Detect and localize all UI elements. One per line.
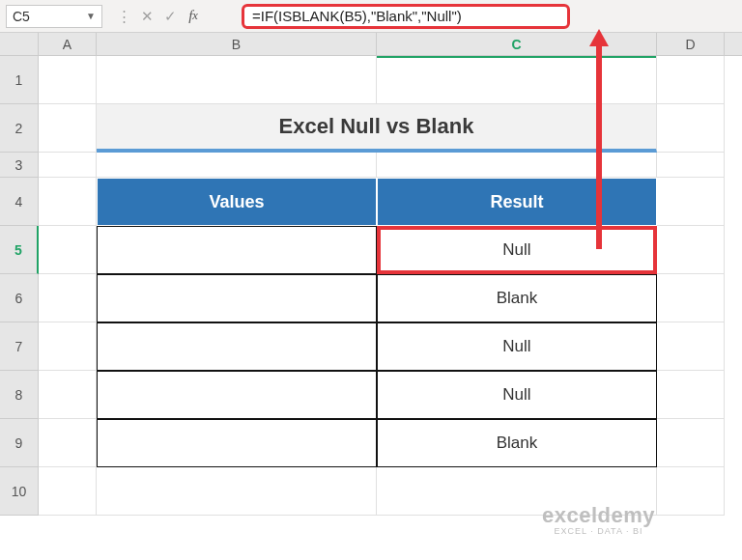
cell-d2[interactable]	[657, 104, 725, 153]
row-headers: 1 2 3 4 5 6 7 8 9 10	[0, 56, 39, 516]
cell-d5[interactable]	[657, 226, 725, 274]
row-header-10[interactable]: 10	[0, 467, 39, 516]
row-header-8[interactable]: 8	[0, 371, 39, 419]
cell-a6[interactable]	[39, 274, 97, 322]
formula-text: =IF(ISBLANK(B5),"Blank","Null")	[252, 8, 462, 24]
name-box[interactable]: C5 ▼	[6, 5, 102, 28]
cell-c6[interactable]: Blank	[377, 274, 657, 322]
cancel-icon[interactable]: ✕	[139, 9, 155, 24]
col-header-a[interactable]: A	[39, 33, 97, 58]
row-header-1[interactable]: 1	[0, 56, 39, 104]
cell-c1[interactable]	[377, 56, 657, 104]
col-header-c[interactable]: C	[377, 33, 657, 58]
drag-icon: ⋮	[116, 9, 131, 24]
cell-b1[interactable]	[97, 56, 377, 104]
row-header-2[interactable]: 2	[0, 104, 39, 153]
cell-a8[interactable]	[39, 371, 97, 419]
row-header-5[interactable]: 5	[0, 226, 39, 274]
cell-b3[interactable]	[97, 153, 377, 178]
cell-d4[interactable]	[657, 178, 725, 226]
watermark-brand: exceldemy	[542, 504, 655, 527]
chevron-down-icon[interactable]: ▼	[86, 11, 96, 21]
cell-d6[interactable]	[657, 274, 725, 322]
row-header-4[interactable]: 4	[0, 178, 39, 226]
cell-b5[interactable]	[97, 226, 377, 274]
fx-icon[interactable]: fx	[186, 9, 201, 24]
select-all-corner[interactable]	[0, 33, 39, 58]
row-header-6[interactable]: 6	[0, 274, 39, 322]
cell-a9[interactable]	[39, 419, 97, 467]
cell-a7[interactable]	[39, 322, 97, 371]
title-cell[interactable]: Excel Null vs Blank	[97, 104, 657, 153]
name-box-value: C5	[13, 9, 30, 24]
row-header-7[interactable]: 7	[0, 322, 39, 371]
cell-b9[interactable]	[97, 419, 377, 467]
cell-d1[interactable]	[657, 56, 725, 104]
cell-c7[interactable]: Null	[377, 322, 657, 371]
header-result[interactable]: Result	[377, 178, 657, 226]
watermark-tagline: EXCEL · DATA · BI	[542, 527, 655, 537]
cell-a5[interactable]	[39, 226, 97, 274]
formula-input[interactable]: =IF(ISBLANK(B5),"Blank","Null")	[242, 4, 570, 29]
cell-b6[interactable]	[97, 274, 377, 322]
spreadsheet: A B C D 1 2 3 4 5 6 7 8 9 10 Ex	[0, 33, 742, 516]
cell-c3[interactable]	[377, 153, 657, 178]
cell-b8[interactable]	[97, 371, 377, 419]
cell-d10[interactable]	[657, 467, 725, 516]
enter-icon[interactable]: ✓	[162, 9, 178, 24]
cell-b10[interactable]	[97, 467, 377, 516]
cell-d3[interactable]	[657, 153, 725, 178]
cell-c5[interactable]: Null	[377, 226, 657, 274]
cell-b7[interactable]	[97, 322, 377, 371]
cell-a10[interactable]	[39, 467, 97, 516]
row-header-9[interactable]: 9	[0, 419, 39, 467]
cell-a1[interactable]	[39, 56, 97, 104]
column-headers: A B C D	[0, 33, 742, 56]
cell-a4[interactable]	[39, 178, 97, 226]
formula-bar: C5 ▼ ⋮ ✕ ✓ fx =IF(ISBLANK(B5),"Blank","N…	[0, 0, 742, 33]
header-values[interactable]: Values	[97, 178, 377, 226]
cell-c9[interactable]: Blank	[377, 419, 657, 467]
cell-a3[interactable]	[39, 153, 97, 178]
formula-bar-icons: ⋮ ✕ ✓ fx	[106, 9, 211, 24]
col-header-b[interactable]: B	[97, 33, 377, 58]
cell-c8[interactable]: Null	[377, 371, 657, 419]
cell-d9[interactable]	[657, 419, 725, 467]
watermark: exceldemy EXCEL · DATA · BI	[542, 504, 655, 537]
col-header-d[interactable]: D	[657, 33, 725, 58]
cell-d7[interactable]	[657, 322, 725, 371]
row-header-3[interactable]: 3	[0, 153, 39, 178]
cell-d8[interactable]	[657, 371, 725, 419]
cell-a2[interactable]	[39, 104, 97, 153]
